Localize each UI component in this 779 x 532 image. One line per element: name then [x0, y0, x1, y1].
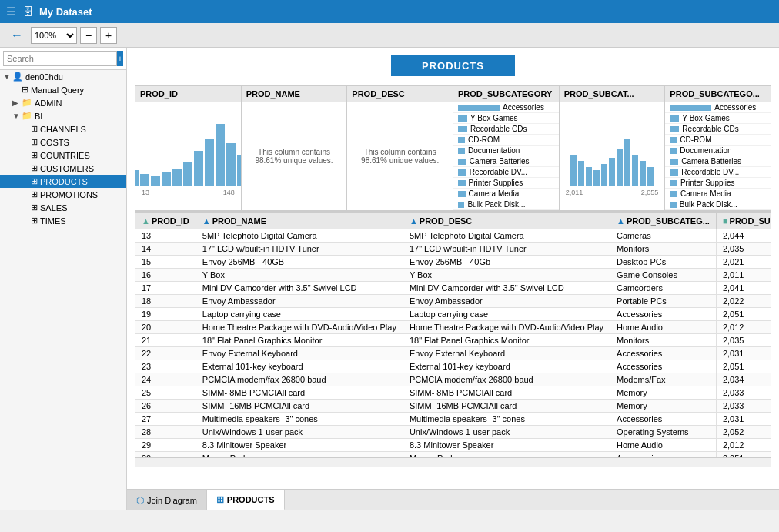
sidebar-item-products[interactable]: ⊞PRODUCTS	[0, 175, 126, 188]
sidebar-item-admin[interactable]: ▶📁ADMIN	[0, 96, 126, 109]
th-PROD-NAME[interactable]: ▲PROD_NAME	[196, 213, 403, 229]
th-PROD-SUBC---[interactable]: ■PROD_SUBC...	[716, 213, 771, 229]
tab-label: PRODUCTS	[227, 495, 275, 504]
bottom-tabs: ⬡Join Diagram⊞PRODUCTS	[127, 489, 779, 510]
list-item: Printer Supplies	[453, 178, 559, 189]
table-cell: Accessories	[610, 347, 717, 360]
table-cell: 2,035	[716, 243, 771, 256]
zoom-plus-button[interactable]: +	[100, 27, 117, 44]
sidebar-item-customers[interactable]: ⊞CUSTOMERS	[0, 162, 126, 175]
col-chart: This column contains 98.61% unique value…	[347, 102, 453, 210]
table-row[interactable]: 23External 101-key keyboardExternal 101-…	[135, 360, 772, 373]
sidebar-item-channels[interactable]: ⊞CHANNELS	[0, 122, 126, 136]
sidebar-item-times[interactable]: ⊞TIMES	[0, 214, 126, 227]
table-cell: Game Consoles	[610, 269, 717, 282]
th-PROD-DESC[interactable]: ▲PROD_DESC	[403, 213, 610, 229]
table-row[interactable]: 18Envoy AmbassadorEnvoy AmbassadorPortab…	[135, 295, 772, 308]
bar	[640, 161, 646, 186]
col-chart: This column contains 98.61% unique value…	[242, 102, 347, 210]
node-icon: ⊞	[31, 216, 38, 226]
bar	[226, 143, 236, 186]
list-bar	[458, 169, 466, 176]
table-row[interactable]: 24PCMCIA modem/fax 26800 baudPCMCIA mode…	[135, 373, 772, 386]
zoom-select[interactable]: 100% 75% 50% 125%	[31, 27, 77, 44]
col-preview-PROD_SUBCATEGO_long: PROD_SUBCATEGO...AccessoriesY Box GamesR…	[665, 86, 771, 210]
bar	[162, 172, 171, 186]
toggle-icon: ▶	[12, 99, 22, 107]
table-cell: Multimedia speakers- 3" cones	[403, 413, 610, 426]
main-layout: + ▼👤den00hdu⊞Manual Query▶📁ADMIN▼📁BI⊞CHA…	[0, 48, 779, 510]
sidebar-item-sales[interactable]: ⊞SALES	[0, 201, 126, 214]
table-cell: Unix/Windows 1-user pack	[403, 426, 610, 439]
table-title-badge: PRODUCTS	[391, 55, 515, 76]
table-cell: 20	[135, 321, 196, 334]
menu-icon[interactable]: ☰	[6, 5, 16, 18]
table-row[interactable]: 1417" LCD w/built-in HDTV Tuner17" LCD w…	[135, 243, 772, 256]
list-bar	[670, 126, 679, 132]
list-label: Bulk Pack Disk...	[467, 200, 525, 209]
table-row[interactable]: 17Mini DV Camcorder with 3.5" Swivel LCD…	[135, 282, 772, 295]
col-header: PROD_ID	[135, 86, 241, 102]
sidebar-item-countries[interactable]: ⊞COUNTRIES	[0, 149, 126, 162]
sidebar-item-promotions[interactable]: ⊞PROMOTIONS	[0, 188, 126, 201]
node-label: PROMOTIONS	[40, 190, 98, 199]
sidebar-item-costs[interactable]: ⊞COSTS	[0, 136, 126, 149]
node-icon: ⊞	[22, 85, 28, 95]
back-button[interactable]: ←	[6, 27, 28, 44]
table-row[interactable]: 30Mouse PadMouse PadAccessories2,051Acce…	[135, 452, 772, 458]
list-label: Accessories	[503, 103, 544, 112]
node-icon: 📁	[22, 98, 32, 108]
table-cell: 5MP Telephoto Digital Camera	[196, 229, 403, 243]
col-header: PROD_DESC	[347, 86, 453, 102]
sidebar-item-manual-query[interactable]: ⊞Manual Query	[0, 83, 126, 96]
bar	[172, 169, 182, 186]
list-bar	[670, 191, 677, 197]
node-icon: ⊞	[31, 202, 38, 212]
table-row[interactable]: 19Laptop carrying caseLaptop carrying ca…	[135, 308, 772, 321]
table-cell: 8.3 Minitower Speaker	[196, 439, 403, 452]
table-row[interactable]: 28Unix/Windows 1-user packUnix/Windows 1…	[135, 426, 772, 439]
sidebar-item-den00hdu[interactable]: ▼👤den00hdu	[0, 70, 126, 83]
bottom-tab-products[interactable]: ⊞PRODUCTS	[207, 490, 285, 510]
table-cell: 2,051	[716, 308, 771, 321]
table-cell: 2,021	[716, 256, 771, 269]
bottom-tab-join-diagram[interactable]: ⬡Join Diagram	[127, 490, 207, 510]
table-cell: SIMM- 8MB PCMCIAll card	[196, 386, 403, 400]
horizontal-scrollbar[interactable]	[135, 457, 771, 467]
list-bar	[458, 191, 466, 197]
table-row[interactable]: 26SIMM- 16MB PCMCIAll cardSIMM- 16MB PCM…	[135, 400, 772, 413]
table-row[interactable]: 20Home Theatre Package with DVD-Audio/Vi…	[135, 321, 772, 334]
data-table-container[interactable]: ▲PROD_ID▲PROD_NAME▲PROD_DESC▲PROD_SUBCAT…	[135, 211, 771, 457]
chart-range: 13 148	[139, 189, 238, 196]
table-cell: Operating Systems	[610, 426, 717, 439]
bar	[140, 174, 149, 186]
bar	[601, 164, 607, 186]
col-chart-text: This column contains 98.61% unique value…	[350, 148, 450, 165]
table-cell: Camcorders	[610, 282, 717, 295]
list-label: Printer Supplies	[680, 179, 735, 187]
table-row[interactable]: 2118" Flat Panel Graphics Monitor18" Fla…	[135, 334, 772, 347]
search-input[interactable]	[3, 51, 117, 66]
th-PROD-SUBCATEG---[interactable]: ▲PROD_SUBCATEG...	[610, 213, 717, 229]
bar	[135, 170, 139, 186]
list-item: Accessories	[453, 102, 559, 113]
col-header: PROD_NAME	[242, 86, 347, 102]
tab-icon: ⬡	[136, 495, 144, 506]
sidebar-item-bi[interactable]: ▼📁BI	[0, 109, 126, 122]
table-row[interactable]: 135MP Telephoto Digital Camera5MP Teleph…	[135, 229, 772, 243]
table-cell: 2,033	[716, 400, 771, 413]
chart-range: 2,011 2,055	[563, 189, 662, 196]
th-PROD-ID[interactable]: ▲PROD_ID	[135, 213, 196, 229]
table-row[interactable]: 16Y BoxY BoxGame Consoles2,011Game Conso…	[135, 269, 772, 282]
search-add-button[interactable]: +	[117, 51, 123, 66]
table-row[interactable]: 298.3 Minitower Speaker8.3 Minitower Spe…	[135, 439, 772, 452]
table-row[interactable]: 25SIMM- 8MB PCMCIAll cardSIMM- 8MB PCMCI…	[135, 386, 772, 400]
table-cell: 8.3 Minitower Speaker	[403, 439, 610, 452]
table-row[interactable]: 27Multimedia speakers- 3" conesMultimedi…	[135, 413, 772, 426]
col-preview-PROD_NAME: PROD_NAME This column contains 98.61% un…	[242, 86, 348, 210]
list-bar	[458, 115, 467, 122]
table-row[interactable]: 15Envoy 256MB - 40GBEnvoy 256MB - 40GbDe…	[135, 256, 772, 269]
list-bar	[670, 159, 678, 165]
table-row[interactable]: 22Envoy External KeyboardEnvoy External …	[135, 347, 772, 360]
zoom-minus-button[interactable]: −	[80, 27, 97, 44]
